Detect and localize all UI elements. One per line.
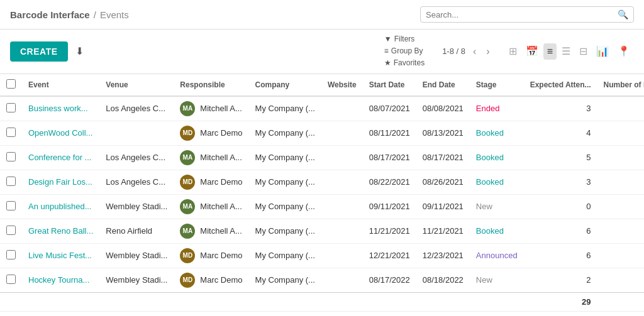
row-company: My Company (... (249, 96, 321, 121)
col-venue[interactable]: Venue (99, 74, 174, 96)
row-number[interactable]: 0 (597, 243, 644, 268)
row-number[interactable]: 0 (597, 121, 644, 145)
row-event[interactable]: Conference for ... (22, 145, 99, 170)
row-expected: 6 (524, 243, 597, 268)
row-website (321, 170, 363, 194)
groupby-option[interactable]: ≡ Group By (384, 45, 425, 57)
row-company: My Company (... (249, 243, 321, 268)
activity-view-button[interactable]: ☰ (558, 43, 574, 60)
top-bar: Barcode Interface / Events 🔍 (0, 0, 644, 30)
map-view-button[interactable]: 📍 (614, 43, 634, 60)
col-end-date[interactable]: End Date (416, 74, 470, 96)
col-expected[interactable]: Expected Atten... (524, 74, 597, 96)
row-start-date: 08/07/2021 (363, 96, 416, 121)
filter-icon: ▼ (384, 33, 392, 45)
row-number[interactable]: 0 (597, 194, 644, 219)
row-checkbox-4[interactable] (6, 201, 16, 210)
row-stage: Ended (470, 96, 524, 121)
col-stage[interactable]: Stage (470, 74, 524, 96)
row-event[interactable]: Design Fair Los... (22, 170, 99, 194)
calendar-view-button[interactable]: 📅 (522, 43, 542, 60)
row-checkbox-cell (0, 243, 22, 268)
row-event[interactable]: An unpublished... (22, 194, 99, 219)
search-input[interactable] (426, 10, 618, 19)
row-end-date: 12/23/2021 (416, 243, 470, 268)
responsible-name: Mitchell A... (200, 104, 242, 113)
responsible-name: Marc Demo (200, 128, 242, 138)
create-button[interactable]: CREATE (10, 41, 68, 62)
table-row: Live Music Fest... Wembley Stadi... MD M… (0, 243, 644, 268)
row-checkbox-cell (0, 268, 22, 292)
row-expected: 5 (524, 145, 597, 170)
footer-number-total: 2 (597, 292, 644, 311)
row-venue: Los Angeles C... (99, 96, 174, 121)
select-all-checkbox[interactable] (6, 79, 16, 89)
page-name: Events (100, 9, 129, 20)
prev-page-button[interactable]: ‹ (470, 45, 479, 58)
responsible-name: Marc Demo (200, 251, 242, 260)
row-checkbox-6[interactable] (6, 250, 16, 259)
filter-options: ▼ Filters ≡ Group By ★ Favorites (384, 33, 425, 70)
row-number[interactable]: 0 (597, 145, 644, 170)
row-event[interactable]: Great Reno Ball... (22, 219, 99, 243)
footer-row: 29 2 (0, 292, 644, 311)
avatar: MD (180, 273, 195, 288)
row-checkbox-1[interactable] (6, 128, 16, 137)
upload-button[interactable]: ⬇ (75, 45, 84, 57)
footer-spacer (0, 292, 524, 311)
list-view-button[interactable]: ≡ (543, 43, 557, 60)
row-checkbox-3[interactable] (6, 177, 16, 186)
row-website (321, 268, 363, 292)
pagination-controls: 1-8 / 8 ‹ › (442, 45, 492, 58)
col-website[interactable]: Website (321, 74, 363, 96)
row-event[interactable]: Business work... (22, 96, 99, 121)
col-company[interactable]: Company (249, 74, 321, 96)
row-checkbox-5[interactable] (6, 226, 16, 235)
row-company: My Company (... (249, 268, 321, 292)
row-event[interactable]: Live Music Fest... (22, 243, 99, 268)
row-number[interactable]: 0 (597, 170, 644, 194)
row-company: My Company (... (249, 145, 321, 170)
avatar: MD (180, 248, 195, 263)
row-number[interactable]: 0 (597, 219, 644, 243)
row-checkbox-2[interactable] (6, 152, 16, 161)
breadcrumb-separator: / (94, 9, 96, 20)
table-header-row: Event Venue Responsible Company Website … (0, 74, 644, 96)
row-event[interactable]: OpenWood Coll... (22, 121, 99, 145)
row-company: My Company (... (249, 219, 321, 243)
col-responsible[interactable]: Responsible (174, 74, 248, 96)
favorites-option[interactable]: ★ Favorites (384, 57, 425, 69)
row-checkbox-cell (0, 121, 22, 145)
col-start-date[interactable]: Start Date (363, 74, 416, 96)
col-number[interactable]: Number of P... (597, 74, 644, 96)
row-event[interactable]: Hockey Tourna... (22, 268, 99, 292)
row-venue: Wembley Stadi... (99, 194, 174, 219)
favorites-icon: ★ (384, 57, 391, 69)
next-page-button[interactable]: › (484, 45, 492, 58)
grid-view-button[interactable]: ⊟ (575, 43, 591, 60)
chart-view-button[interactable]: 📊 (592, 43, 613, 60)
row-checkbox-7[interactable] (6, 275, 16, 284)
kanban-view-button[interactable]: ⊞ (505, 43, 521, 60)
row-expected: 3 (524, 96, 597, 121)
row-number[interactable]: 2 (597, 96, 644, 121)
row-website (321, 96, 363, 121)
row-number[interactable]: 0 (597, 268, 644, 292)
row-responsible: MA Mitchell A... (174, 219, 248, 243)
row-responsible: MD Marc Demo (174, 243, 248, 268)
events-table: Event Venue Responsible Company Website … (0, 74, 644, 312)
row-venue: Wembley Stadi... (99, 243, 174, 268)
row-responsible: MD Marc Demo (174, 268, 248, 292)
avatar: MA (180, 224, 195, 239)
row-stage: New (470, 194, 524, 219)
filter-bar: ▼ Filters ≡ Group By ★ Favorites (384, 33, 425, 70)
pagination-info: 1-8 / 8 (442, 46, 465, 56)
row-venue: Los Angeles C... (99, 145, 174, 170)
row-company: My Company (... (249, 194, 321, 219)
filters-option[interactable]: ▼ Filters (384, 33, 425, 45)
row-checkbox-0[interactable] (6, 103, 16, 112)
col-event[interactable]: Event (22, 74, 99, 96)
avatar: MA (180, 150, 195, 165)
table-container: Event Venue Responsible Company Website … (0, 74, 644, 312)
row-expected: 0 (524, 194, 597, 219)
